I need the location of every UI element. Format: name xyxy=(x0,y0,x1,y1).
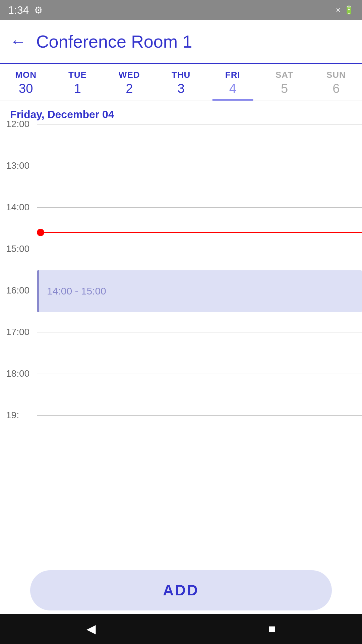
time-line xyxy=(37,415,362,416)
page-title: Conference Room 1 xyxy=(36,32,192,52)
day-num-sun: 6 xyxy=(333,82,340,101)
back-nav-button[interactable]: ◀ xyxy=(86,622,96,636)
time-row: 14:00 xyxy=(0,207,362,249)
close-icon: × xyxy=(336,5,341,15)
day-col-mon[interactable]: MON30 xyxy=(0,64,52,101)
day-name-tue: TUE xyxy=(68,70,87,80)
app-header: ← Conference Room 1 xyxy=(0,20,362,64)
day-num-fri: 4 xyxy=(229,82,236,101)
time-row: 17:00 xyxy=(0,332,362,374)
back-button[interactable]: ← xyxy=(10,34,26,50)
time-line xyxy=(37,249,362,249)
day-name-sun: SUN xyxy=(326,70,346,80)
time-row: 19: xyxy=(0,415,362,457)
time-label: 18:00 xyxy=(0,369,37,378)
day-name-fri: FRI xyxy=(225,70,240,80)
status-bar: 1:34 ⚙ × 🔋 xyxy=(0,0,362,20)
day-num-wed: 2 xyxy=(126,82,133,101)
time-label: 14:00 xyxy=(0,203,37,212)
day-name-thu: THU xyxy=(172,70,190,80)
section-date: Friday, December 04 xyxy=(0,101,362,124)
day-name-sat: SAT xyxy=(276,70,293,80)
time-line xyxy=(37,374,362,374)
time-label: 13:00 xyxy=(0,161,37,170)
battery-icon: 🔋 xyxy=(344,5,354,15)
time-line xyxy=(37,124,362,124)
status-time: 1:34 xyxy=(8,4,29,16)
status-right: × 🔋 xyxy=(336,5,354,15)
day-col-sat[interactable]: SAT5 xyxy=(258,64,310,101)
add-button-container: ADD xyxy=(30,570,332,610)
time-row: 18:00 xyxy=(0,374,362,415)
time-row: 13:00 xyxy=(0,166,362,207)
status-left: 1:34 ⚙ xyxy=(8,4,43,16)
current-time-dot xyxy=(37,229,44,236)
day-num-thu: 3 xyxy=(177,82,184,101)
home-nav-button[interactable]: ■ xyxy=(268,622,276,636)
time-label: 19: xyxy=(0,411,37,420)
day-col-thu[interactable]: THU3 xyxy=(155,64,207,101)
add-button[interactable]: ADD xyxy=(30,570,332,610)
time-label: 12:00 xyxy=(0,119,37,129)
day-col-tue[interactable]: TUE1 xyxy=(52,64,103,101)
current-time-indicator xyxy=(0,229,362,236)
day-col-wed[interactable]: WED2 xyxy=(104,64,155,101)
time-label: 16:00 xyxy=(0,286,37,295)
gear-icon: ⚙ xyxy=(34,5,43,16)
bottom-nav: ◀ ■ xyxy=(0,614,362,644)
day-col-sun[interactable]: SUN6 xyxy=(310,64,362,101)
day-num-tue: 1 xyxy=(74,82,81,101)
day-name-wed: WED xyxy=(119,70,140,80)
event-time-text: 14:00 - 15:00 xyxy=(47,285,106,297)
time-label: 17:00 xyxy=(0,327,37,337)
day-name-mon: MON xyxy=(15,70,37,80)
time-line xyxy=(37,166,362,166)
week-nav: MON30TUE1WED2THU3FRI4SAT5SUN6 xyxy=(0,64,362,101)
day-num-mon: 30 xyxy=(19,82,33,101)
time-row: 12:00 xyxy=(0,124,362,166)
day-col-fri[interactable]: FRI4 xyxy=(207,64,258,101)
event-block[interactable]: 14:00 - 15:00 xyxy=(37,270,362,312)
time-line xyxy=(37,332,362,332)
timeline: 12:0013:0014:0015:0016:0017:0018:0019:14… xyxy=(0,124,362,524)
day-num-sat: 5 xyxy=(281,82,288,101)
current-time-line xyxy=(44,232,362,233)
time-label: 15:00 xyxy=(0,244,37,254)
time-line xyxy=(37,207,362,208)
